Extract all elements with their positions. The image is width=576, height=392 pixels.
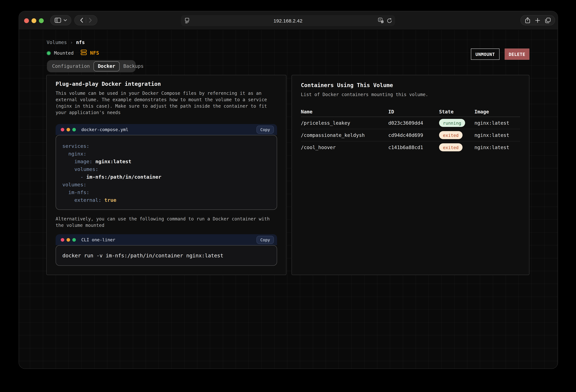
container-state: exited bbox=[439, 131, 474, 139]
url-text: 192.168.2.42 bbox=[181, 15, 395, 26]
panel-subtitle: List of Docker containers mounting this … bbox=[301, 91, 520, 98]
container-name: /priceless_leakey bbox=[301, 120, 388, 126]
container-state-badge: exited bbox=[439, 143, 462, 151]
column-header-state: State bbox=[439, 109, 474, 115]
screenshot-stage: 192.168.2.42 A x bbox=[0, 0, 576, 392]
tab-backups[interactable]: Backups bbox=[120, 61, 147, 71]
container-id: c141b6a88cd1 bbox=[388, 144, 439, 150]
history-nav-group bbox=[74, 15, 97, 25]
server-icon bbox=[81, 50, 87, 56]
cli-title: CLI one-liner bbox=[81, 237, 115, 242]
containers-table-body: /priceless_leakeyd023c3609dd4runningngin… bbox=[301, 117, 520, 153]
chevron-down-icon bbox=[64, 19, 67, 21]
container-name: /cool_hoover bbox=[301, 144, 388, 150]
code-window-green-dot-icon bbox=[72, 128, 76, 131]
column-header-id: ID bbox=[388, 109, 439, 115]
container-image: nginx:latest bbox=[474, 144, 520, 150]
panel-title: Plug-and-play Docker integration bbox=[56, 80, 277, 87]
sidebar-icon bbox=[55, 18, 61, 23]
container-row: /cool_hooverc141b6a88cd1exitednginx:late… bbox=[301, 141, 520, 153]
cli-command-block[interactable]: docker run -v im-nfs:/path/in/container … bbox=[56, 245, 277, 266]
back-button[interactable] bbox=[80, 18, 83, 23]
close-window-button[interactable] bbox=[24, 18, 29, 23]
cli-code-window: CLI one-liner Copy docker run -v im-nfs:… bbox=[56, 234, 277, 266]
copy-compose-button[interactable]: Copy bbox=[257, 125, 274, 134]
volume-tabs: Configuration Docker Backups bbox=[47, 60, 136, 72]
compose-code-header: docker-compose.yml Copy bbox=[56, 124, 277, 135]
minimize-window-button[interactable] bbox=[31, 18, 36, 23]
container-row: /compassionate_keldyshcd94dc40d699exited… bbox=[301, 129, 520, 141]
cli-alternative-text: Alternatively, you can use the following… bbox=[56, 216, 277, 228]
nav-divider bbox=[86, 17, 86, 23]
container-id: cd94dc40d699 bbox=[388, 132, 439, 138]
unmount-button[interactable]: UNMOUNT bbox=[471, 49, 499, 60]
forward-button[interactable] bbox=[88, 18, 92, 23]
new-tab-icon[interactable] bbox=[535, 18, 540, 23]
code-window-green-dot-icon bbox=[72, 238, 76, 241]
sidebar-toggle-button[interactable] bbox=[50, 15, 71, 25]
container-state-badge: running bbox=[439, 119, 465, 127]
compose-code-window: docker-compose.yml Copy services: nginx:… bbox=[56, 124, 277, 210]
column-header-name: Name bbox=[301, 109, 388, 115]
translate-icon[interactable]: A x bbox=[378, 18, 384, 25]
svg-text:x: x bbox=[382, 21, 383, 23]
cli-code-header: CLI one-liner Copy bbox=[56, 234, 277, 245]
compose-filename: docker-compose.yml bbox=[81, 127, 128, 132]
container-name: /compassionate_keldysh bbox=[301, 132, 388, 138]
breadcrumb: Volumes › nfs bbox=[47, 39, 85, 46]
compose-code-block[interactable]: services: nginx: image: nginx:latest vol… bbox=[56, 135, 277, 210]
page-content: Volumes › nfs Mounted NFS UNM bbox=[19, 30, 558, 368]
tab-docker[interactable]: Docker bbox=[94, 61, 119, 71]
container-state-badge: exited bbox=[439, 131, 462, 139]
containers-table: Name ID State Image /priceless_leakeyd02… bbox=[301, 107, 520, 153]
container-id: d023c3609dd4 bbox=[388, 120, 439, 126]
tab-configuration[interactable]: Configuration bbox=[49, 61, 93, 71]
containers-table-header: Name ID State Image bbox=[301, 107, 520, 117]
container-image: nginx:latest bbox=[474, 120, 520, 126]
docker-integration-panel: Plug-and-play Docker integration This vo… bbox=[46, 75, 287, 275]
container-state: running bbox=[439, 119, 474, 127]
code-window-red-dot-icon bbox=[61, 238, 64, 241]
volume-status-row: Mounted NFS bbox=[47, 50, 99, 56]
breadcrumb-current-volume: nfs bbox=[76, 39, 85, 45]
code-window-yellow-dot-icon bbox=[66, 238, 70, 241]
browser-toolbar: 192.168.2.42 A x bbox=[19, 11, 558, 30]
copy-cli-button[interactable]: Copy bbox=[257, 236, 274, 244]
mounted-status-dot-icon bbox=[47, 51, 51, 55]
volume-actions: UNMOUNT DELETE bbox=[471, 49, 529, 60]
mounted-status-label: Mounted bbox=[54, 51, 74, 56]
container-row: /priceless_leakeyd023c3609dd4runningngin… bbox=[301, 117, 520, 129]
svg-text:A: A bbox=[379, 18, 381, 22]
panel-description: This volume can be used in your Docker C… bbox=[56, 90, 277, 116]
delete-button[interactable]: DELETE bbox=[505, 49, 529, 60]
breadcrumb-volumes-link[interactable]: Volumes bbox=[47, 39, 67, 45]
panel-title: Containers Using This Volume bbox=[301, 82, 520, 89]
code-window-red-dot-icon bbox=[61, 128, 64, 131]
address-bar[interactable]: 192.168.2.42 A x bbox=[181, 15, 395, 26]
browser-window: 192.168.2.42 A x bbox=[19, 11, 558, 369]
breadcrumb-separator: › bbox=[70, 40, 73, 45]
container-state: exited bbox=[439, 143, 474, 151]
container-image: nginx:latest bbox=[474, 132, 520, 138]
toolbar-right-group bbox=[520, 15, 555, 25]
maximize-window-button[interactable] bbox=[39, 18, 44, 23]
code-window-yellow-dot-icon bbox=[66, 128, 70, 131]
containers-panel: Containers Using This Volume List of Doc… bbox=[291, 75, 529, 275]
column-header-image: Image bbox=[474, 109, 520, 115]
share-icon[interactable] bbox=[525, 17, 530, 23]
tabs-overview-icon[interactable] bbox=[545, 18, 550, 23]
volume-driver-badge: NFS bbox=[90, 50, 99, 56]
reload-icon[interactable] bbox=[387, 18, 392, 25]
